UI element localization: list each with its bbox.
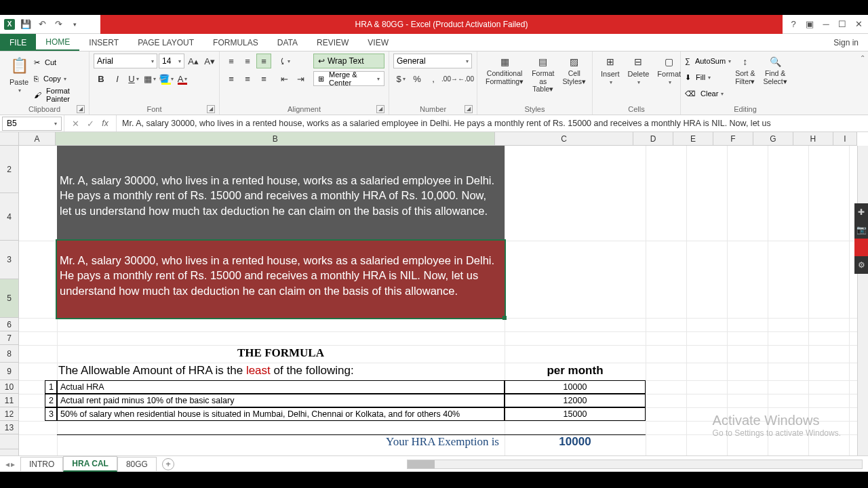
home-tab[interactable]: HOME — [36, 34, 79, 51]
row-header[interactable]: 5 — [0, 279, 18, 318]
align-left-button[interactable]: ≡ — [224, 71, 239, 86]
vertical-scrollbar[interactable] — [857, 146, 868, 455]
col-header-i[interactable]: I — [833, 132, 857, 145]
wrap-text-button[interactable]: ↩Wrap Text — [313, 54, 384, 68]
collapse-ribbon-button[interactable]: ⌃ — [860, 54, 865, 62]
clear-button[interactable]: ⌫ Clear▾ — [685, 86, 731, 101]
row-header[interactable]: 8 — [0, 345, 18, 363]
sheet-tab-80gg[interactable]: 80GG — [117, 457, 157, 471]
sort-filter-button[interactable]: ↕Sort &Filter▾ — [731, 54, 759, 87]
format-painter-button[interactable]: 🖌 Format Painter — [34, 87, 85, 102]
percent-button[interactable]: % — [410, 71, 425, 86]
enter-formula-button[interactable]: ✓ — [83, 117, 97, 130]
side-tool-icon[interactable]: ✚ — [854, 203, 868, 221]
col-header-f[interactable]: F — [713, 132, 753, 145]
paste-button[interactable]: 📋 Paste▾ — [4, 54, 34, 95]
conditional-formatting-button[interactable]: ▦ConditionalFormatting▾ — [481, 54, 528, 87]
next-sheet-button[interactable]: ▸ — [11, 460, 15, 469]
fill-color-button[interactable]: 🪣▾ — [159, 71, 174, 86]
font-launcher[interactable]: ◢ — [207, 105, 215, 113]
row-header[interactable]: 4 — [0, 193, 18, 241]
find-select-button[interactable]: 🔍Find &Select▾ — [760, 54, 791, 87]
bold-button[interactable]: B — [94, 71, 108, 86]
fill-handle[interactable] — [502, 316, 507, 320]
row-header[interactable]: 6 — [0, 318, 18, 331]
cell-exemption-label[interactable]: Your HRA Exemption is — [57, 434, 505, 449]
formula-input[interactable]: Mr. A, salary 30000, who lives in a rent… — [117, 119, 868, 128]
data-tab[interactable]: DATA — [268, 34, 307, 51]
undo-button[interactable]: ↶ — [37, 19, 47, 30]
cell-b10[interactable]: Actual HRA — [57, 380, 505, 394]
accounting-format-button[interactable]: $▾ — [393, 71, 408, 86]
cancel-formula-button[interactable]: ✕ — [68, 117, 82, 130]
horizontal-scrollbar[interactable] — [407, 460, 863, 469]
select-all-corner[interactable] — [0, 132, 19, 145]
increase-font-button[interactable]: A▴ — [186, 54, 201, 68]
row-header[interactable]: 9 — [0, 363, 18, 380]
italic-button[interactable]: I — [110, 71, 125, 86]
help-button[interactable]: ? — [788, 19, 799, 30]
align-right-button[interactable]: ≡ — [256, 71, 271, 86]
row-header[interactable]: 12 — [0, 407, 18, 421]
row-header[interactable]: 11 — [0, 394, 18, 407]
cell-a10[interactable]: 1 — [45, 380, 57, 394]
cut-button[interactable]: ✂ Cut — [34, 55, 85, 70]
page-layout-tab[interactable]: PAGE LAYOUT — [128, 34, 203, 51]
cell-exemption-value[interactable]: 10000 — [505, 434, 646, 449]
number-format-combo[interactable]: General▾ — [393, 54, 472, 68]
cell-c11[interactable]: 12000 — [505, 394, 646, 407]
insert-tab[interactable]: INSERT — [79, 34, 128, 51]
align-bottom-button[interactable]: ≡ — [256, 54, 271, 68]
formulas-tab[interactable]: FORMULAS — [203, 34, 268, 51]
decrease-indent-button[interactable]: ⇤ — [277, 71, 292, 86]
col-header-a[interactable]: A — [19, 132, 56, 145]
cell-a12[interactable]: 3 — [45, 407, 57, 421]
row-header[interactable] — [0, 434, 18, 449]
cell-b11[interactable]: Actual rent paid minus 10% of the basic … — [57, 394, 505, 407]
col-header-c[interactable]: C — [495, 132, 633, 145]
col-header-e[interactable]: E — [673, 132, 713, 145]
font-name-combo[interactable]: Arial▾ — [94, 54, 157, 68]
new-sheet-button[interactable]: + — [162, 458, 174, 470]
file-tab[interactable]: FILE — [0, 34, 36, 51]
col-header-b[interactable]: B — [56, 132, 495, 145]
minimize-button[interactable]: ─ — [821, 19, 831, 30]
row-header[interactable]: 3 — [0, 241, 18, 279]
cell-c10[interactable]: 10000 — [505, 380, 646, 394]
copy-button[interactable]: ⎘ Copy▾ — [34, 71, 85, 86]
view-tab[interactable]: VIEW — [358, 34, 398, 51]
cell-subtitle[interactable]: The Allowable Amount of HRA is the least… — [57, 363, 505, 378]
camera-icon[interactable]: 📷 — [854, 221, 868, 239]
fx-button[interactable]: fx — [98, 117, 112, 130]
redo-button[interactable]: ↷ — [53, 19, 64, 30]
sheet-tab-hra-cal[interactable]: HRA CAL — [63, 456, 117, 472]
clipboard-launcher[interactable]: ◢ — [77, 105, 85, 113]
autosum-button[interactable]: ∑ AutoSum▾ — [685, 54, 731, 68]
ribbon-options-button[interactable]: ▣ — [804, 19, 815, 30]
record-icon[interactable] — [854, 239, 868, 256]
col-header-h[interactable]: H — [793, 132, 833, 145]
font-color-button[interactable]: A▾ — [175, 71, 190, 86]
cell-per-month[interactable]: per month — [505, 363, 646, 378]
cell-b12[interactable]: 50% of salary when residential house is … — [57, 407, 505, 421]
increase-indent-button[interactable]: ⇥ — [293, 71, 308, 86]
merge-center-button[interactable]: ⊞ Merge & Center▾ — [313, 71, 384, 86]
align-top-button[interactable]: ≡ — [224, 54, 239, 68]
worksheet[interactable]: A B C D E F G H I 2 4 3 5 6 7 8 9 10 11 … — [0, 132, 868, 455]
cell-c12[interactable]: 15000 — [505, 407, 646, 421]
row-header[interactable]: 7 — [0, 331, 18, 345]
qat-customize-icon[interactable]: ▾ — [69, 19, 80, 30]
review-tab[interactable]: REVIEW — [307, 34, 358, 51]
prev-sheet-button[interactable]: ◂ — [5, 460, 9, 469]
decrease-font-button[interactable]: A▾ — [202, 54, 217, 68]
cell-formula-title[interactable]: THE FORMULA — [57, 345, 505, 360]
number-launcher[interactable]: ◢ — [465, 105, 473, 113]
row-headers[interactable]: 2 4 3 5 6 7 8 9 10 11 12 13 — [0, 146, 19, 455]
side-toolbar[interactable]: ✚ 📷 ⚙ — [854, 203, 868, 274]
sheet-tab-intro[interactable]: INTRO — [20, 457, 63, 471]
decrease-decimal-button[interactable]: ←.00 — [458, 71, 473, 86]
increase-decimal-button[interactable]: .00→ — [442, 71, 457, 86]
underline-button[interactable]: U▾ — [126, 71, 141, 86]
maximize-button[interactable]: ☐ — [837, 19, 848, 30]
orientation-button[interactable]: ⤹▾ — [277, 54, 292, 68]
